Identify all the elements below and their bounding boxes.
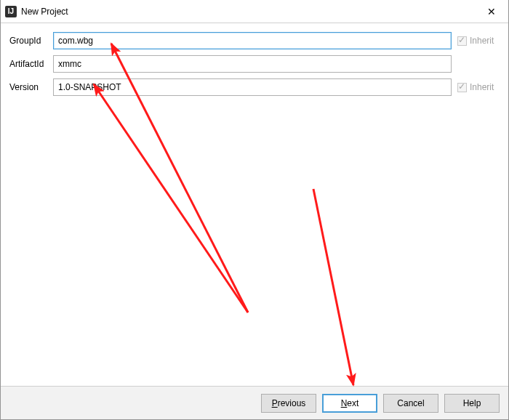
version-inherit: Inherit [457,82,500,92]
row-version: Version Inherit [9,78,500,96]
label-groupid: GroupId [9,36,53,46]
form-content: GroupId Inherit ArtifactId Version Inher… [1,23,508,384]
btn-prev-rest: revious [278,398,306,408]
previous-button[interactable]: Previous [261,394,316,413]
btn-next-rest: ext [347,398,358,408]
inherit-checkbox-version [457,83,467,92]
version-input[interactable] [53,78,452,96]
close-icon: ✕ [487,6,496,17]
inherit-label: Inherit [470,82,494,92]
cancel-button[interactable]: Cancel [383,394,438,413]
label-artifactid: ArtifactId [9,59,53,69]
row-artifactid: ArtifactId [9,55,500,73]
row-groupid: GroupId Inherit [9,32,500,49]
close-button[interactable]: ✕ [475,0,508,23]
title-bar: IJ New Project ✕ [1,0,508,23]
inherit-label: Inherit [470,36,494,46]
app-icon: IJ [5,6,17,17]
next-button[interactable]: Next [322,394,377,413]
dialog-window: IJ New Project ✕ GroupId Inherit Artifac… [0,0,509,420]
label-version: Version [9,82,53,92]
button-bar: Previous Next Cancel Help [1,386,508,419]
window-title: New Project [21,7,68,17]
artifactid-input[interactable] [53,55,452,73]
inherit-checkbox-groupid [457,36,467,46]
groupid-input[interactable] [53,32,452,49]
groupid-inherit: Inherit [457,36,500,46]
help-button[interactable]: Help [444,394,500,413]
